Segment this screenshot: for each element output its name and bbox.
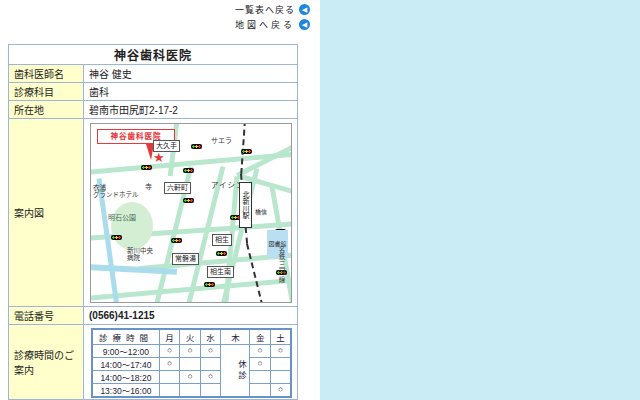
traffic-signal-icon bbox=[191, 144, 202, 149]
open-mark bbox=[200, 383, 221, 397]
open-mark: ○ bbox=[270, 383, 291, 397]
back-to-map-label[interactable]: 地図へ戻る bbox=[235, 18, 295, 31]
back-circle-icon[interactable]: ◀ bbox=[299, 19, 310, 30]
map-label-rokkencho: 六軒町 bbox=[164, 182, 191, 194]
day-header-tue: 火 bbox=[180, 329, 201, 344]
time-slot: 13:30～16:00 bbox=[92, 383, 159, 397]
open-mark: ○ bbox=[270, 344, 291, 357]
top-nav: 一覧表へ戻る ◀ 地図へ戻る ◀ bbox=[180, 3, 310, 31]
day-header-sat: 土 bbox=[270, 329, 291, 344]
phone-value: (0566)41-1215 bbox=[84, 307, 298, 325]
railway-line bbox=[246, 243, 263, 302]
schedule-row: 14:00～17:40 ○ ○ bbox=[92, 357, 291, 370]
clinic-info-table: 神谷歯科医院 歯科医師名 神谷 健史 診療科目 歯科 所在地 碧南市田尻町2-1… bbox=[8, 44, 298, 400]
table-row-map: 案内図 bbox=[9, 119, 298, 307]
phone-label: 電話番号 bbox=[9, 307, 84, 325]
department-label: 診療科目 bbox=[9, 83, 84, 101]
map-label-hospital: 新川中央 病院 bbox=[127, 247, 153, 262]
open-mark: ○ bbox=[159, 344, 180, 357]
map-label-tokiwayu: 常磐湯 bbox=[172, 253, 199, 265]
back-to-map-link[interactable]: 地図へ戻る ◀ bbox=[235, 18, 310, 31]
day-header-fri: 金 bbox=[250, 329, 271, 344]
schedule-row: 13:30～16:00 ○ bbox=[92, 383, 291, 397]
open-mark: ○ bbox=[159, 357, 180, 370]
page: 一覧表へ戻る ◀ 地図へ戻る ◀ 神谷歯科医院 歯科医師名 神谷 健史 診療科目… bbox=[0, 0, 640, 400]
open-mark bbox=[159, 383, 180, 397]
dentist-name-value: 神谷 健史 bbox=[84, 65, 298, 83]
open-mark bbox=[270, 357, 291, 370]
open-mark: ○ bbox=[180, 370, 201, 383]
open-mark bbox=[200, 357, 221, 370]
table-header-row: 神谷歯科医院 bbox=[9, 45, 298, 65]
address-label: 所在地 bbox=[9, 101, 84, 119]
day-header-wed: 水 bbox=[200, 329, 221, 344]
traffic-signal-icon bbox=[204, 282, 215, 287]
table-row-department: 診療科目 歯科 bbox=[9, 83, 298, 101]
map-label-temple: 寺 bbox=[145, 183, 152, 191]
map-label-station: 北新川駅 bbox=[239, 182, 252, 228]
map-label-aioi-minami: 相生南 bbox=[207, 266, 234, 278]
back-to-list-label[interactable]: 一覧表へ戻る bbox=[235, 3, 295, 16]
open-mark bbox=[180, 357, 201, 370]
table-row-phone: 電話番号 (0566)41-1215 bbox=[9, 307, 298, 325]
traffic-signal-icon bbox=[141, 165, 152, 170]
open-mark: ○ bbox=[180, 344, 201, 357]
traffic-signal-icon bbox=[183, 198, 194, 203]
schedule-header-row: 診療時間 月 火 水 木 金 土 bbox=[92, 329, 291, 344]
day-header-thu: 木 bbox=[221, 329, 250, 344]
schedule-time-header: 診療時間 bbox=[92, 329, 159, 344]
open-mark bbox=[159, 370, 180, 383]
table-row-dentist: 歯科医師名 神谷 健史 bbox=[9, 65, 298, 83]
open-mark bbox=[270, 370, 291, 383]
open-mark bbox=[250, 383, 271, 397]
right-background-panel bbox=[320, 0, 640, 400]
traffic-signal-icon bbox=[111, 235, 122, 240]
map-label-okute: 大久手 bbox=[153, 140, 180, 152]
map-label-park: 明石公園 bbox=[108, 214, 136, 222]
star-marker-icon: ★ bbox=[153, 150, 165, 165]
traffic-signal-icon bbox=[216, 251, 227, 256]
open-mark: ○ bbox=[200, 344, 221, 357]
open-mark: ○ bbox=[250, 357, 271, 370]
schedule-label: 診療時間のご案内 bbox=[9, 325, 84, 400]
map-label: 案内図 bbox=[9, 119, 84, 307]
traffic-signal-icon bbox=[171, 238, 182, 243]
open-mark bbox=[180, 383, 201, 397]
time-slot: 9:00～12:00 bbox=[92, 344, 159, 357]
map-label-hotel: 衣浦 グランドホテル bbox=[93, 184, 139, 199]
table-row-address: 所在地 碧南市田尻町2-17-2 bbox=[9, 101, 298, 119]
back-to-list-link[interactable]: 一覧表へ戻る ◀ bbox=[235, 3, 310, 16]
open-mark bbox=[250, 370, 271, 383]
time-slot: 14:00～18:20 bbox=[92, 370, 159, 383]
schedule-table: 診療時間 月 火 水 木 金 土 9:00～12:00 ○ ○ ○ 休診 bbox=[91, 328, 292, 398]
time-slot: 14:00～17:40 bbox=[92, 357, 159, 370]
department-value: 歯科 bbox=[84, 83, 298, 101]
open-mark: ○ bbox=[250, 344, 271, 357]
map-label-railway: 名鉄三河線 bbox=[276, 246, 286, 284]
map-label-saera: サエラ bbox=[211, 137, 232, 145]
schedule-row: 14:00～18:20 ○ ○ bbox=[92, 370, 291, 383]
traffic-signal-icon bbox=[241, 149, 252, 154]
schedule-row: 9:00～12:00 ○ ○ ○ 休診 ○ ○ bbox=[92, 344, 291, 357]
park-area bbox=[111, 202, 153, 250]
area-map-image: 神谷歯科医院 ★ サエラ 大久手 六軒町 寺 アイシン 衣浦 グランドホテル 明… bbox=[90, 123, 292, 303]
traffic-signal-icon bbox=[183, 168, 194, 173]
closed-thursday-cell: 休診 bbox=[221, 344, 250, 397]
dentist-name-label: 歯科医師名 bbox=[9, 65, 84, 83]
open-mark: ○ bbox=[200, 370, 221, 383]
clinic-title: 神谷歯科医院 bbox=[9, 45, 298, 65]
day-header-mon: 月 bbox=[159, 329, 180, 344]
map-label-aioi: 相生 bbox=[212, 234, 232, 246]
address-value: 碧南市田尻町2-17-2 bbox=[84, 101, 298, 119]
map-label-hashinobu: 橋信 bbox=[255, 209, 267, 216]
back-circle-icon[interactable]: ◀ bbox=[299, 4, 310, 15]
table-row-schedule: 診療時間のご案内 診療時間 月 火 水 木 金 土 9:00～12:00 ○ bbox=[9, 325, 298, 400]
